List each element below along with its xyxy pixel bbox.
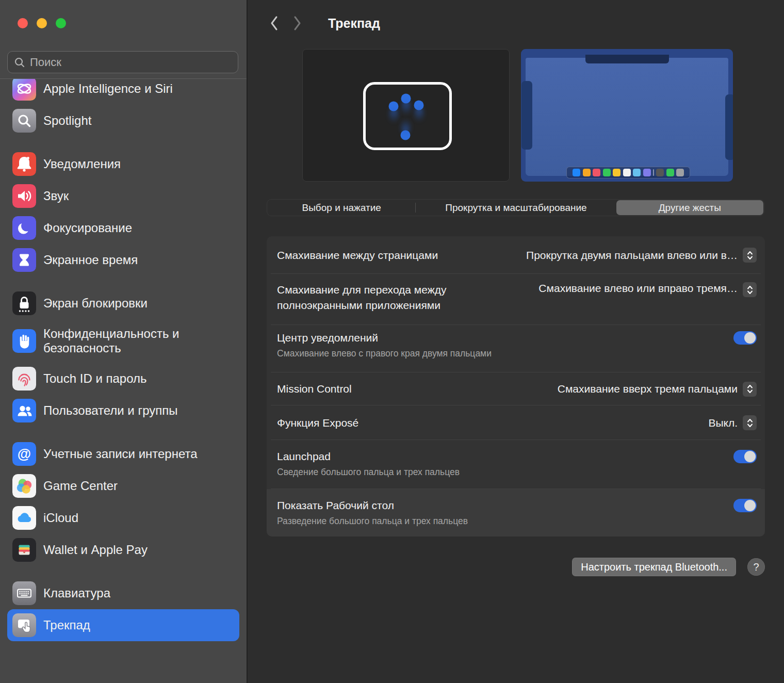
- lock-icon: [12, 291, 36, 315]
- tab-scroll-zoom[interactable]: Прокрутка и масштабирование: [416, 200, 616, 215]
- gesture-tabs: Выбор и нажатиеПрокрутка и масштабирован…: [267, 199, 764, 216]
- sidebar-item-apple-intelligence[interactable]: Apple Intelligence и Siri: [7, 79, 239, 105]
- search-input[interactable]: Поиск: [7, 51, 238, 73]
- sidebar-item-users[interactable]: Пользователи и группы: [7, 395, 239, 427]
- dock-app-icon: [656, 169, 664, 176]
- page-title: Трекпад: [328, 16, 380, 31]
- sidebar-section-gap: [0, 276, 247, 287]
- setting-row: LaunchpadСведение большого пальца и трех…: [267, 440, 765, 489]
- sidebar-item-hand[interactable]: Конфиденциальность и безопасность: [7, 319, 239, 363]
- dock-app-icon: [603, 169, 611, 176]
- sidebar-item-label: Spotlight: [43, 113, 91, 128]
- sidebar-item-sound[interactable]: Звук: [7, 180, 239, 212]
- sidebar-item-touchid[interactable]: Touch ID и пароль: [7, 363, 239, 395]
- sidebar-item-icloud[interactable]: iCloud: [7, 502, 239, 534]
- sidebar-item-label: Клавиатура: [43, 586, 110, 600]
- setting-row: Показать Рабочий столРазведение большого…: [267, 489, 765, 536]
- setting-value: Смахивание вверх тремя пальцами: [558, 383, 738, 395]
- minimize-button[interactable]: [37, 18, 47, 28]
- setting-row: Смахивание между страницамиПрокрутка дву…: [267, 236, 765, 274]
- game-icon: [12, 474, 36, 498]
- wallet-icon: [12, 538, 36, 562]
- help-button[interactable]: ?: [747, 558, 765, 576]
- setting-row: Функция ExposéВыкл.: [267, 405, 765, 440]
- setup-bluetooth-trackpad-button[interactable]: Настроить трекпад Bluetooth...: [572, 558, 736, 576]
- tab-more-gestures[interactable]: Другие жесты: [616, 200, 763, 215]
- sidebar-item-bell[interactable]: Уведомления: [7, 148, 239, 180]
- touchid-icon: [12, 367, 36, 391]
- apple-intelligence-icon: [12, 79, 36, 101]
- sidebar-section-gap: [0, 137, 247, 148]
- dock-preview: [566, 167, 690, 178]
- finger-dot: [401, 94, 411, 104]
- select-stepper[interactable]: [743, 382, 757, 397]
- sidebar-item-wallet[interactable]: Wallet и Apple Pay: [7, 534, 239, 566]
- dock-app-icon: [633, 169, 641, 176]
- setting-subtitle: Разведение большого пальца и трех пальце…: [277, 515, 721, 527]
- sidebar-item-label: Touch ID и пароль: [43, 371, 146, 386]
- dock-app-icon: [583, 169, 591, 176]
- close-button[interactable]: [18, 18, 28, 28]
- setting-row: Mission ControlСмахивание вверх тремя па…: [267, 372, 765, 405]
- moon-icon: [12, 216, 36, 240]
- tab-point-click[interactable]: Выбор и нажатие: [268, 200, 415, 215]
- sidebar-item-hourglass[interactable]: Экранное время: [7, 244, 239, 276]
- sidebar-item-label: Звук: [43, 189, 69, 203]
- select-stepper[interactable]: [743, 282, 757, 297]
- sidebar-item-keyboard[interactable]: Клавиатура: [7, 577, 239, 609]
- window-slab-right: [725, 94, 733, 160]
- finger-dot: [414, 101, 424, 110]
- trackpad-icon: [12, 613, 36, 637]
- setting-value: Выкл.: [708, 417, 738, 429]
- toggle-switch-on[interactable]: [733, 331, 757, 345]
- thumb-dot: [401, 131, 411, 140]
- main-content: Трекпад Выбор и нажатиеПрокрутка и масшт…: [248, 0, 784, 683]
- hourglass-icon: [12, 248, 36, 272]
- setting-label: Смахивание между страницами: [277, 248, 514, 263]
- setting-label: Показать Рабочий стол: [277, 498, 721, 513]
- setting-subtitle: Смахивание влево с правого края двумя па…: [277, 347, 721, 360]
- dock-app-icon: [613, 169, 620, 176]
- search-icon: [14, 57, 25, 68]
- sidebar-item-label: iCloud: [43, 511, 78, 525]
- dock-app-icon: [643, 169, 651, 176]
- setting-label: Launchpad: [277, 449, 721, 464]
- window-controls: [18, 18, 66, 28]
- sidebar-item-label: Уведомления: [43, 157, 121, 171]
- trackpad-gesture-preview: [302, 49, 510, 182]
- toggle-switch-on[interactable]: [733, 450, 757, 463]
- setting-label: Функция Exposé: [277, 415, 696, 431]
- sidebar-item-game[interactable]: Game Center: [7, 470, 239, 502]
- setting-value: Прокрутка двумя пальцами влево или в…: [526, 249, 738, 262]
- sidebar-item-label: Экран блокировки: [43, 296, 148, 311]
- dock-app-icon: [666, 169, 674, 176]
- sidebar-item-trackpad[interactable]: Трекпад: [7, 609, 239, 641]
- select-stepper[interactable]: [743, 415, 757, 430]
- sidebar-item-at[interactable]: @Учетные записи интернета: [7, 438, 239, 470]
- navigation-bar: Трекпад: [268, 14, 380, 32]
- desktop-preview: [526, 58, 728, 176]
- setting-label: Смахивание для перехода между полноэкран…: [277, 282, 504, 313]
- sidebar-item-label: Фокусирование: [43, 221, 132, 235]
- sidebar-item-spotlight[interactable]: Spotlight: [7, 105, 239, 137]
- keyboard-icon: [12, 581, 36, 605]
- window-slab-left: [521, 81, 532, 150]
- forward-button[interactable]: [292, 14, 303, 32]
- at-icon: @: [12, 442, 36, 466]
- sidebar-item-lock[interactable]: Экран блокировки: [7, 287, 239, 319]
- finger-dot: [389, 102, 399, 111]
- select-stepper[interactable]: [743, 248, 757, 263]
- sidebar-item-moon[interactable]: Фокусирование: [7, 212, 239, 244]
- dock-app-icon: [593, 169, 600, 176]
- trackpad-outline: [363, 82, 452, 150]
- setting-row: Центр уведомленийСмахивание влево с прав…: [267, 325, 765, 372]
- spotlight-icon: [12, 109, 36, 133]
- zoom-button[interactable]: [56, 18, 66, 28]
- back-button[interactable]: [268, 14, 280, 32]
- dock-app-icon: [676, 169, 684, 176]
- svg-text:@: @: [18, 446, 31, 462]
- toggle-switch-on[interactable]: [733, 499, 757, 512]
- dock-separator: [653, 169, 654, 176]
- sidebar-list: Apple Intelligence и SiriSpotlightУведом…: [0, 79, 247, 683]
- sidebar-item-label: Пользователи и группы: [43, 403, 177, 418]
